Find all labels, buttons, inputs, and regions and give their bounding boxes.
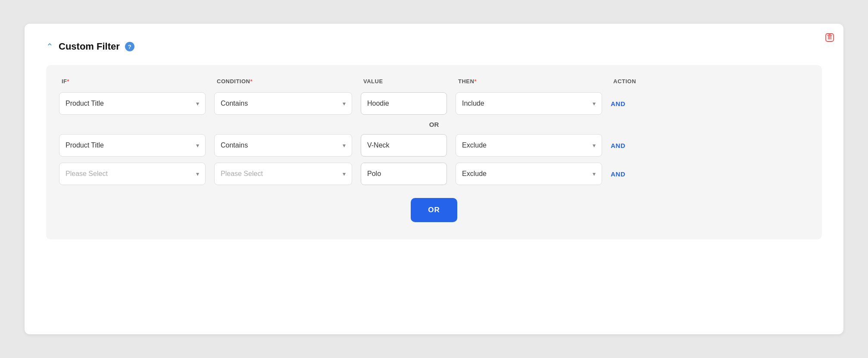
filter-row-3: Please Select ▾ Please Select ▾ Exclude … xyxy=(59,163,809,185)
column-headers: IF* CONDITION* VALUE THEN* ACTION xyxy=(59,78,809,85)
collapse-icon[interactable]: ⌃ xyxy=(46,41,53,52)
if-select-3-label: Please Select xyxy=(66,170,196,178)
if-column-header: IF* xyxy=(62,78,208,85)
if-select-2-arrow: ▾ xyxy=(196,142,199,149)
condition-column-header: CONDITION* xyxy=(217,78,355,85)
condition-select-1[interactable]: Contains ▾ xyxy=(214,92,352,115)
condition-select-2-arrow: ▾ xyxy=(343,142,346,149)
then-select-2-arrow: ▾ xyxy=(593,142,596,149)
or-button[interactable]: OR xyxy=(411,198,457,222)
section-header: ⌃ Custom Filter ? xyxy=(46,41,822,52)
then-select-3-label: Exclude xyxy=(462,170,593,178)
condition-select-2[interactable]: Contains ▾ xyxy=(214,134,352,157)
if-select-3[interactable]: Please Select ▾ xyxy=(59,163,206,185)
condition-select-1-label: Contains xyxy=(221,100,343,107)
delete-button[interactable] xyxy=(824,32,835,43)
filter-container: IF* CONDITION* VALUE THEN* ACTION Produc… xyxy=(46,65,822,239)
then-select-1-label: Include xyxy=(462,100,593,107)
filter-row-1: Product Title ▾ Contains ▾ Include ▾ AND xyxy=(59,92,809,115)
filter-row-2: Product Title ▾ Contains ▾ Exclude ▾ AND xyxy=(59,134,809,157)
action-btn-2[interactable]: AND xyxy=(611,142,662,149)
value-input-2[interactable] xyxy=(361,134,447,157)
then-column-header: THEN* xyxy=(458,78,605,85)
condition-select-2-label: Contains xyxy=(221,141,343,149)
help-icon[interactable]: ? xyxy=(125,42,134,51)
action-column-header: ACTION xyxy=(613,78,665,85)
if-select-1[interactable]: Product Title ▾ xyxy=(59,92,206,115)
if-select-3-arrow: ▾ xyxy=(196,170,199,177)
then-select-3[interactable]: Exclude ▾ xyxy=(456,163,602,185)
condition-select-3-label: Please Select xyxy=(221,170,343,178)
or-separator: OR xyxy=(59,121,809,128)
value-input-1[interactable] xyxy=(361,92,447,115)
then-select-2-label: Exclude xyxy=(462,141,593,149)
if-select-2-label: Product Title xyxy=(66,141,196,149)
value-input-3[interactable] xyxy=(361,163,447,185)
condition-select-3[interactable]: Please Select ▾ xyxy=(214,163,352,185)
then-select-1[interactable]: Include ▾ xyxy=(456,92,602,115)
if-select-2[interactable]: Product Title ▾ xyxy=(59,134,206,157)
if-select-1-arrow: ▾ xyxy=(196,100,199,107)
action-btn-3[interactable]: AND xyxy=(611,170,662,178)
then-select-1-arrow: ▾ xyxy=(593,100,596,107)
if-select-1-label: Product Title xyxy=(66,100,196,107)
condition-select-1-arrow: ▾ xyxy=(343,100,346,107)
main-card: ⌃ Custom Filter ? IF* CONDITION* VALUE T… xyxy=(25,24,843,334)
section-title: Custom Filter xyxy=(59,41,120,52)
condition-select-3-arrow: ▾ xyxy=(343,170,346,177)
value-column-header: VALUE xyxy=(363,78,450,85)
then-select-3-arrow: ▾ xyxy=(593,170,596,177)
then-select-2[interactable]: Exclude ▾ xyxy=(456,134,602,157)
action-btn-1[interactable]: AND xyxy=(611,100,662,107)
